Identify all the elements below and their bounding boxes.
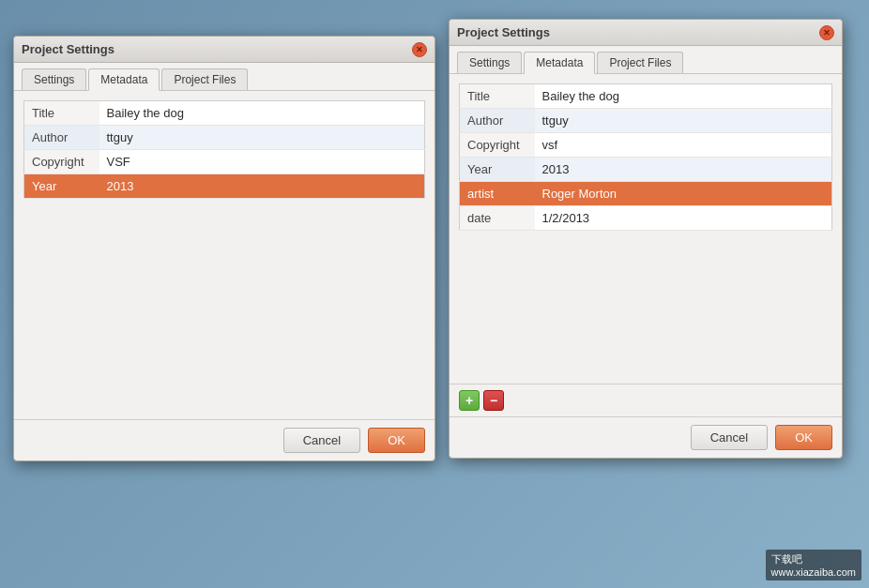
table-row[interactable]: Title Bailey the dog	[460, 84, 832, 109]
dialog-1-content: Title Bailey the dog Author ttguy Copyri…	[14, 91, 434, 419]
row-value: 2013	[535, 158, 832, 182]
row-key: Copyright	[460, 133, 535, 158]
remove-metadata-button[interactable]: −	[483, 390, 504, 411]
row-key: Title	[460, 84, 535, 109]
titlebar-1: Project Settings ✕	[14, 37, 434, 63]
dialog-1-title: Project Settings	[22, 42, 114, 56]
table-row[interactable]: Author ttguy	[460, 109, 832, 133]
metadata-table-1: Title Bailey the dog Author ttguy Copyri…	[23, 100, 425, 199]
tab-2-settings[interactable]: Settings	[457, 52, 522, 73]
row-value: 1/2/2013	[535, 206, 832, 231]
close-button-1[interactable]: ✕	[412, 42, 427, 57]
row-key: Author	[24, 126, 99, 150]
table-row[interactable]: Copyright vsf	[460, 133, 832, 158]
dialog-2-title: Project Settings	[457, 25, 550, 39]
cancel-button-2[interactable]: Cancel	[691, 425, 768, 450]
table-row-selected[interactable]: artist Roger Morton	[460, 182, 832, 206]
table-row[interactable]: Year 2013	[460, 158, 832, 182]
row-value: Bailey the dog	[535, 84, 832, 109]
row-value: Bailey the dog	[99, 101, 425, 126]
dialog-2-content: Title Bailey the dog Author ttguy Copyri…	[450, 74, 842, 384]
icon-buttons-area: + −	[450, 384, 842, 416]
table-row-selected[interactable]: Year 2013	[24, 174, 425, 199]
row-value: vsf	[535, 133, 832, 158]
row-value: Roger Morton	[535, 182, 832, 206]
row-key: Year	[24, 174, 99, 199]
row-value: 2013	[99, 174, 425, 199]
tabs-2: Settings Metadata Project Files	[450, 46, 842, 74]
row-value: ttguy	[99, 126, 425, 150]
row-value: VSF	[99, 150, 425, 174]
cancel-button-1[interactable]: Cancel	[283, 428, 360, 453]
ok-button-2[interactable]: OK	[775, 425, 832, 450]
ok-button-1[interactable]: OK	[368, 428, 425, 453]
tab-1-metadata[interactable]: Metadata	[88, 68, 160, 91]
add-metadata-button[interactable]: +	[459, 390, 480, 411]
table-row[interactable]: Copyright VSF	[24, 150, 425, 174]
close-button-2[interactable]: ✕	[819, 25, 834, 40]
dialog-2-footer: Cancel OK	[450, 416, 842, 458]
tab-2-project-files[interactable]: Project Files	[597, 52, 683, 73]
table-row[interactable]: Title Bailey the dog	[24, 101, 425, 126]
tab-2-metadata[interactable]: Metadata	[524, 52, 595, 74]
row-key: Year	[460, 158, 535, 182]
row-value: ttguy	[535, 109, 832, 133]
row-key: date	[460, 206, 535, 231]
table-row[interactable]: date 1/2/2013	[460, 206, 832, 231]
watermark-line1: 下载吧	[771, 552, 856, 566]
row-key: Copyright	[24, 150, 99, 174]
tab-1-settings[interactable]: Settings	[22, 68, 86, 90]
watermark: 下载吧 www.xiazaiba.com	[766, 550, 861, 580]
watermark-line2: www.xiazaiba.com	[771, 566, 856, 578]
table-row[interactable]: Author ttguy	[24, 126, 425, 150]
metadata-table-2: Title Bailey the dog Author ttguy Copyri…	[459, 83, 832, 231]
dialog-1: Project Settings ✕ Settings Metadata Pro…	[13, 36, 435, 461]
row-key: artist	[460, 182, 535, 206]
tabs-1: Settings Metadata Project Files	[14, 63, 434, 91]
row-key: Title	[24, 101, 99, 126]
dialog-1-footer: Cancel OK	[14, 419, 434, 460]
titlebar-2: Project Settings ✕	[450, 20, 842, 46]
row-key: Author	[460, 109, 535, 133]
dialog-2: Project Settings ✕ Settings Metadata Pro…	[449, 19, 843, 459]
tab-1-project-files[interactable]: Project Files	[161, 68, 248, 90]
